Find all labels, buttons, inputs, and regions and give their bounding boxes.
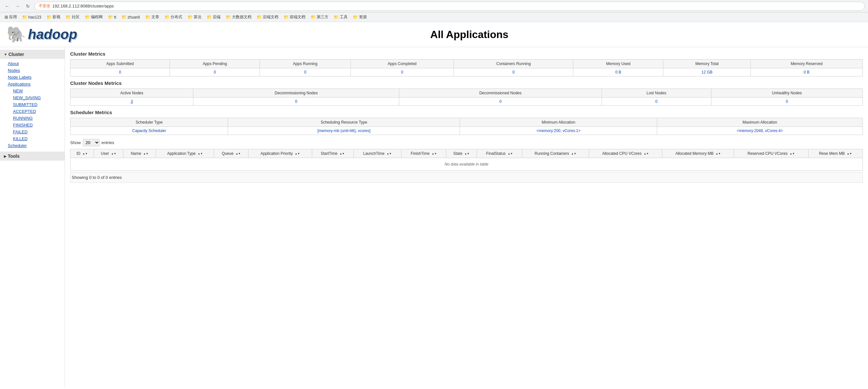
cluster-metrics-table: Apps Submitted Apps Pending Apps Running… (70, 59, 863, 77)
bookmark-zhuanli[interactable]: 📁 zhuanli (120, 14, 142, 20)
sidebar-item-submitted[interactable]: SUBMITTED (0, 101, 65, 108)
col-active-nodes: Active Nodes (70, 89, 193, 98)
sidebar-item-killed[interactable]: KILLED (0, 135, 65, 142)
col-scheduling-resource-type: Scheduling Resource Type (228, 118, 460, 127)
sidebar-cluster-section: ▼ Cluster About Nodes Node Labels Applic… (0, 50, 65, 150)
col-running-containers[interactable]: Running Containers ▲▼ (522, 149, 589, 158)
bookmarks-bar: ⊞ 应用 📁 hao123 📁 影视 📁 社区 📁 编程网 📁 tt 📁 zhu… (0, 12, 868, 22)
bookmark-apps[interactable]: ⊞ 应用 (3, 13, 19, 21)
bookmark-coding[interactable]: 📁 编程网 (83, 13, 104, 21)
bookmark-community[interactable]: 📁 社区 (64, 13, 82, 21)
sidebar-item-finished[interactable]: FINISHED (0, 122, 65, 129)
bookmark-bigdata[interactable]: 📁 大数据文档 (224, 13, 253, 21)
sidebar-tools-header[interactable]: ▶ Tools (0, 151, 65, 161)
address-bar[interactable]: 不安全 192.168.2.112:8088/cluster/apps (34, 2, 865, 11)
bookmark-tools[interactable]: 📁 工具 (332, 13, 349, 21)
sort-finish-time[interactable]: ▲▼ (432, 152, 437, 155)
col-state[interactable]: State ▲▼ (446, 149, 477, 158)
sidebar-item-scheduler[interactable]: Scheduler (0, 142, 65, 149)
sort-app-type[interactable]: ▲▼ (198, 152, 203, 155)
val-decommissioning-nodes: 0 (193, 98, 399, 106)
col-reserved-mem-mb[interactable]: Rese Mem MB ▲▼ (808, 149, 863, 158)
main-layout: ▼ Cluster About Nodes Node Labels Applic… (0, 47, 868, 387)
val-scheduler-type: Capacity Scheduler (70, 127, 228, 135)
col-finish-time[interactable]: FinishTime ▲▼ (402, 149, 446, 158)
col-user[interactable]: User ▲▼ (94, 149, 123, 158)
val-lost-nodes: 0 (601, 98, 711, 106)
col-name[interactable]: Name ▲▼ (123, 149, 156, 158)
sidebar-item-new[interactable]: NEW (0, 87, 65, 94)
bookmark-frontend-docs-label: 前端文档 (290, 14, 305, 20)
bookmark-frontend-docs[interactable]: 📁 前端文档 (282, 13, 307, 21)
bookmark-distributed[interactable]: 📁 分布式 (162, 13, 184, 21)
bookmark-tools-label: 工具 (340, 14, 348, 20)
col-containers-running: Containers Running (454, 59, 574, 68)
bookmark-tt[interactable]: 📁 tt (106, 14, 118, 20)
val-scheduling-resource-type: [memory-mb (unit=Mi), vcores] (228, 127, 460, 135)
sort-final-status[interactable]: ▲▼ (508, 152, 513, 155)
sidebar-nav: About Nodes Node Labels Applications NEW… (0, 59, 65, 150)
bookmark-algorithm[interactable]: 📁 算法 (185, 13, 204, 21)
hadoop-logo-text: hadoop (28, 27, 77, 42)
sidebar-item-about[interactable]: About (0, 60, 65, 67)
sort-alloc-cpu[interactable]: ▲▼ (644, 152, 649, 155)
tools-arrow: ▶ (4, 155, 6, 158)
sidebar-item-new-saving[interactable]: NEW_SAVING (0, 94, 65, 101)
show-label: Show (70, 140, 81, 145)
sidebar-item-nodes[interactable]: Nodes (0, 67, 65, 74)
sort-launch-time[interactable]: ▲▼ (386, 152, 392, 155)
sort-app-priority[interactable]: ▲▼ (294, 152, 300, 155)
bookmark-backend-docs[interactable]: 📁 后端文档 (255, 13, 280, 21)
sort-user[interactable]: ▲▼ (111, 152, 116, 155)
bookmark-thirdparty[interactable]: 📁 第三方 (309, 13, 330, 21)
val-decommissioned-nodes: 0 (399, 98, 601, 106)
col-allocated-cpu-vcores[interactable]: Allocated CPU VCores ▲▼ (589, 149, 662, 158)
sidebar-item-applications[interactable]: Applications (0, 81, 65, 87)
page-title: All Applications (77, 29, 862, 41)
cluster-arrow: ▼ (4, 53, 7, 56)
col-launch-time[interactable]: LaunchTime ▲▼ (353, 149, 402, 158)
bookmark-backend[interactable]: 📁 后端 (205, 13, 222, 21)
sort-name[interactable]: ▲▼ (143, 152, 149, 155)
scheduler-metrics-title: Scheduler Metrics (70, 110, 863, 115)
bookmark-resources[interactable]: 📁 资源 (351, 13, 369, 21)
sort-running-containers[interactable]: ▲▼ (571, 152, 576, 155)
folder-icon-15: 📁 (334, 15, 339, 20)
active-nodes-link[interactable]: 3 (131, 99, 133, 104)
col-memory-total: Memory Total (663, 59, 751, 68)
sidebar-item-accepted[interactable]: ACCEPTED (0, 108, 65, 115)
bookmark-video[interactable]: 📁 影视 (44, 13, 62, 21)
forward-button[interactable]: → (13, 2, 22, 10)
sort-start-time[interactable]: ▲▼ (339, 152, 345, 155)
folder-icon-11: 📁 (226, 15, 231, 20)
sidebar-item-node-labels[interactable]: Node Labels (0, 74, 65, 81)
col-final-status[interactable]: FinalStatus ▲▼ (477, 149, 522, 158)
refresh-button[interactable]: ↻ (24, 2, 32, 10)
sort-state[interactable]: ▲▼ (465, 152, 470, 155)
col-minimum-allocation: Minimum Allocation (460, 118, 657, 127)
sort-queue[interactable]: ▲▼ (236, 152, 241, 155)
col-allocated-memory-mb[interactable]: Allocated Memory MB ▲▼ (662, 149, 734, 158)
sidebar-item-failed[interactable]: FAILED (0, 129, 65, 135)
val-memory-total: 12 GB (663, 68, 751, 77)
back-button[interactable]: ← (3, 2, 11, 10)
no-data-message: No data available in table (70, 158, 863, 171)
col-queue[interactable]: Queue ▲▼ (214, 149, 249, 158)
col-start-time[interactable]: StartTime ▲▼ (312, 149, 353, 158)
sort-reserved-cpu[interactable]: ▲▼ (790, 152, 795, 155)
col-reserved-cpu-vcores[interactable]: Reserved CPU VCores ▲▼ (734, 149, 808, 158)
sidebar-cluster-header[interactable]: ▼ Cluster (0, 50, 65, 59)
col-scheduler-type: Scheduler Type (70, 118, 228, 127)
sort-alloc-mem[interactable]: ▲▼ (716, 152, 721, 155)
sidebar-item-running[interactable]: RUNNING (0, 115, 65, 122)
sort-id[interactable]: ▲▼ (83, 152, 88, 155)
sort-reserved-mem[interactable]: ▲▼ (847, 152, 852, 155)
val-active-nodes[interactable]: 3 (70, 98, 193, 106)
entries-select[interactable]: 10 20 25 50 100 (83, 139, 100, 146)
bookmark-article[interactable]: 📁 文章 (143, 13, 161, 21)
col-id[interactable]: ID ▲▼ (70, 149, 94, 158)
col-application-type[interactable]: Application Type ▲▼ (156, 149, 214, 158)
val-apps-completed: 0 (350, 68, 454, 77)
col-application-priority[interactable]: Application Priority ▲▼ (249, 149, 312, 158)
bookmark-hao123[interactable]: 📁 hao123 (20, 14, 43, 20)
